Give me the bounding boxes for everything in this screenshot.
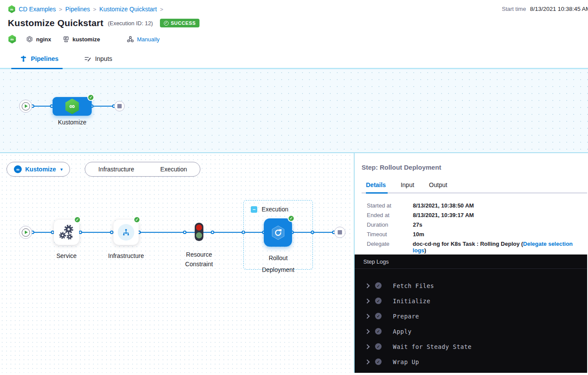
trigger-webhook-icon xyxy=(127,36,134,43)
toggle-infrastructure[interactable]: Infrastructure xyxy=(85,166,147,173)
service-name: nginx xyxy=(36,36,51,43)
rollout-refresh-icon xyxy=(269,224,287,241)
execution-end-node xyxy=(334,227,345,238)
chevron-right-icon[interactable] xyxy=(365,314,369,318)
step-node-resource-constraint[interactable] xyxy=(193,222,205,244)
collapse-minus-icon[interactable]: – xyxy=(251,206,257,213)
step-node-rollout-deployment[interactable]: ✓ xyxy=(264,218,292,247)
chevron-right-icon[interactable] xyxy=(365,344,369,349)
status-badge-label: SUCCESS xyxy=(171,20,196,26)
step-details-panel: Step: Rollout Deployment Details Input O… xyxy=(355,153,587,254)
execution-canvas[interactable]: ∞ Kustomize ▾ Infrastructure Execution xyxy=(0,153,355,373)
log-section-apply[interactable]: ✓ Apply xyxy=(355,324,587,339)
detail-value: 27s xyxy=(413,221,422,228)
execution-start-node xyxy=(19,226,32,239)
breadcrumb-cd-examples[interactable]: CD Examples xyxy=(19,6,56,13)
success-check-icon: ✓ xyxy=(288,215,295,222)
detail-value: 8/13/2021, 10:38:50 AM xyxy=(413,202,474,209)
connector-dot xyxy=(211,231,214,234)
chevron-down-icon: ▾ xyxy=(60,167,63,172)
chevron-right-icon[interactable] xyxy=(365,329,369,334)
trigger-type-link[interactable]: Manually xyxy=(137,36,159,43)
harness-cd-icon: ∞ xyxy=(8,35,17,44)
inputs-icon xyxy=(84,55,91,62)
status-badge: ✓ SUCCESS xyxy=(160,19,199,27)
check-icon: ✓ xyxy=(375,298,382,304)
check-icon: ✓ xyxy=(164,21,169,26)
tab-inputs-label: Inputs xyxy=(95,55,113,62)
environment-icon xyxy=(63,36,70,43)
step-label-service[interactable]: Service xyxy=(45,252,88,259)
connector-dot xyxy=(183,231,186,234)
detail-label: Ended at xyxy=(367,212,413,218)
check-icon: ✓ xyxy=(375,358,382,365)
stage-selector-label: Kustomize xyxy=(25,166,56,173)
stage-node-label[interactable]: Kustomize xyxy=(46,119,98,126)
stop-icon xyxy=(338,230,342,234)
detail-row-delegate: Delegate doc-cd-ng for K8s Task : Rollin… xyxy=(367,241,587,254)
start-time-value: 8/13/2021 10:38:45 AM xyxy=(530,6,588,12)
chevron-right-icon[interactable] xyxy=(365,283,369,288)
harness-cd-icon: ∞ xyxy=(8,5,16,13)
breadcrumb-pipelines[interactable]: Pipelines xyxy=(65,6,90,13)
step-logs-title: Step Logs xyxy=(355,254,587,269)
tab-details[interactable]: Details xyxy=(366,181,386,188)
stage-graph-canvas[interactable]: ∞ ✓ Kustomize xyxy=(0,69,588,153)
environment-name: kustomize xyxy=(73,36,100,43)
breadcrumb-kustomize-quickstart[interactable]: Kustomize Quickstart xyxy=(100,6,157,13)
check-icon: ✓ xyxy=(375,313,382,319)
step-logs-panel: Step Logs ✓ Fetch Files ✓ Initialize ✓ P… xyxy=(355,254,587,373)
step-node-infrastructure[interactable]: ✓ xyxy=(113,220,139,245)
service-meta: nginx xyxy=(26,36,51,43)
step-node-service[interactable]: ✓ xyxy=(54,220,79,245)
breadcrumb-separator: > xyxy=(59,6,63,13)
log-section-label: Wait for Steady State xyxy=(393,343,472,350)
service-nut-icon xyxy=(26,36,33,43)
tab-pipelines-label: Pipelines xyxy=(31,55,59,62)
success-check-icon: ✓ xyxy=(87,94,94,101)
detail-label: Timeout xyxy=(367,231,413,238)
active-tab-underline xyxy=(366,192,388,194)
log-section-wrap-up[interactable]: ✓ Wrap Up xyxy=(355,354,587,369)
detail-row-started-at: Started at 8/13/2021, 10:38:50 AM xyxy=(367,202,587,209)
log-section-prepare[interactable]: ✓ Prepare xyxy=(355,308,587,324)
delegate-value: doc-cd-ng for K8s Task : Rolling Deploy … xyxy=(413,241,523,247)
traffic-light-icon xyxy=(193,222,205,242)
step-label-infrastructure[interactable]: Infrastructure xyxy=(99,252,153,259)
stage-selector-dropdown[interactable]: ∞ Kustomize ▾ xyxy=(7,162,70,177)
toggle-execution[interactable]: Execution xyxy=(147,166,200,173)
chevron-right-icon[interactable] xyxy=(365,298,369,303)
harness-cd-icon: ∞ xyxy=(64,99,80,114)
tab-inputs[interactable]: Inputs xyxy=(84,55,113,62)
chevron-right-icon[interactable] xyxy=(365,359,369,364)
trigger-meta: Manually xyxy=(127,36,159,43)
infrastructure-icon xyxy=(118,224,134,241)
log-section-fetch-files[interactable]: ✓ Fetch Files xyxy=(355,278,587,293)
pipeline-end-node xyxy=(114,101,125,111)
tab-input[interactable]: Input xyxy=(401,181,414,188)
play-icon xyxy=(22,228,30,237)
breadcrumb-separator: > xyxy=(160,6,163,13)
tab-output[interactable]: Output xyxy=(429,181,447,188)
detail-label: Delegate xyxy=(367,241,413,254)
detail-value: 10m xyxy=(413,231,424,238)
step-label-resource-constraint[interactable]: Resource Constraint xyxy=(178,250,220,269)
step-label-rollout-deployment[interactable]: Rollout Deployment xyxy=(256,252,301,276)
success-check-icon: ✓ xyxy=(133,216,140,223)
log-section-wait-for-steady-state[interactable]: ✓ Wait for Steady State xyxy=(355,339,587,354)
detail-row-timeout: Timeout 10m xyxy=(367,231,587,238)
detail-label: Started at xyxy=(367,202,413,209)
execution-id: (Execution ID: 12) xyxy=(108,20,153,27)
delegate-value-suffix: ) xyxy=(424,247,426,254)
stage-node-kustomize[interactable]: ∞ ✓ xyxy=(53,97,92,116)
tab-pipelines[interactable]: Pipelines xyxy=(20,55,59,62)
start-time: Start time 8/13/2021 10:38:45 AM xyxy=(502,6,588,12)
detail-label: Duration xyxy=(367,221,413,228)
detail-value: 8/13/2021, 10:39:17 AM xyxy=(413,212,474,218)
main-tab-bar: Pipelines Inputs xyxy=(0,49,588,69)
log-section-initialize[interactable]: ✓ Initialize xyxy=(355,293,587,308)
connector-dot xyxy=(110,231,113,234)
breadcrumb-separator: > xyxy=(93,6,96,13)
log-section-label: Fetch Files xyxy=(393,282,434,289)
stop-icon xyxy=(117,104,122,108)
